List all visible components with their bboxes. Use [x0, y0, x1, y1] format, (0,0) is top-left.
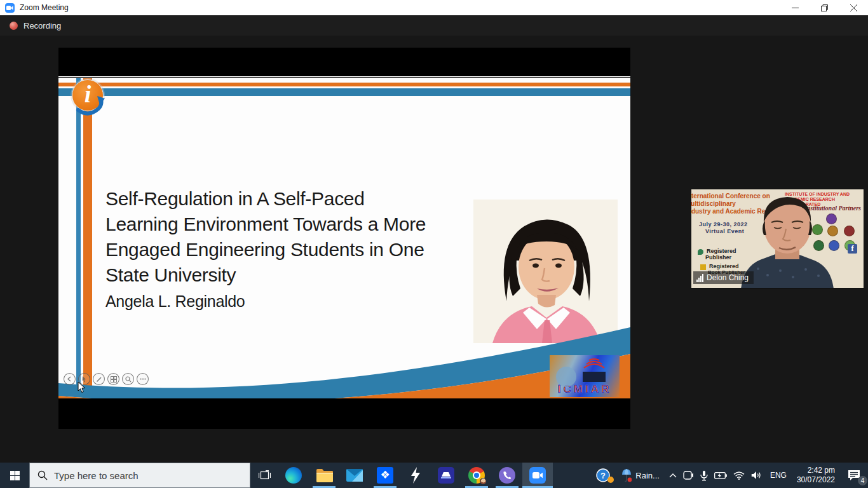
weather-label: Rain...	[635, 471, 660, 480]
slide-orange-stripe	[58, 83, 630, 86]
participant-name-tag: Delon Ching	[693, 271, 754, 284]
previous-slide-button[interactable]	[64, 373, 76, 385]
window-titlebar: Zoom Meeting	[0, 0, 868, 15]
chevron-up-icon	[669, 473, 677, 478]
zoom-app-icon	[5, 3, 15, 13]
mouse-cursor	[78, 381, 86, 393]
see-all-slides-button[interactable]	[107, 373, 119, 385]
clock[interactable]: 2:42 pm 30/07/2022	[792, 463, 840, 488]
zoom-icon	[529, 467, 546, 484]
minimize-button[interactable]	[780, 0, 810, 15]
weather-widget[interactable]: Rain...	[615, 463, 666, 488]
windows-logo-icon	[10, 471, 20, 480]
taskbar-app-scanner[interactable]	[431, 463, 461, 488]
slide-title: Self-Regulation in A Self-Paced Learning…	[105, 186, 499, 311]
recording-label: Recording	[24, 21, 61, 30]
clock-date: 30/07/2022	[797, 475, 835, 485]
battery-tray-button[interactable]	[711, 463, 730, 488]
taskbar-app-file-explorer[interactable]	[309, 463, 339, 488]
icmiar-logo: ICMIAR	[550, 355, 620, 397]
wifi-icon	[733, 471, 745, 480]
audio-signal-icon	[696, 274, 703, 282]
taskbar-search[interactable]	[29, 463, 250, 488]
chrome-icon	[468, 467, 485, 484]
partner-logo	[844, 226, 855, 236]
shared-screen-slide: i Self-Regulation in A Self-Paced Learni…	[58, 48, 630, 429]
taskbar-app-viber[interactable]	[492, 463, 522, 488]
slide-title-line: Self-Regulation in A Self-Paced	[105, 186, 499, 212]
mail-icon	[346, 469, 363, 482]
lightning-app-icon	[410, 467, 421, 484]
search-icon	[37, 470, 48, 480]
slide-title-line: State University	[105, 262, 499, 288]
journal-logo: i	[69, 78, 107, 118]
recording-icon[interactable]	[10, 22, 18, 30]
taskbar-app-dropbox[interactable]: ❖	[370, 463, 400, 488]
slide-top-rule	[58, 77, 630, 78]
zoom-tray-icon	[683, 471, 694, 480]
search-input[interactable]	[54, 470, 232, 481]
window-title: Zoom Meeting	[20, 3, 69, 12]
participant-video-tile[interactable]: International Conference on Multidiscipl…	[691, 189, 864, 288]
taskbar-app-lightning[interactable]	[400, 463, 431, 488]
restore-button[interactable]	[810, 0, 839, 15]
microphone-icon	[700, 470, 708, 481]
taskbar-app-edge[interactable]	[278, 463, 309, 488]
viber-icon	[499, 467, 515, 484]
slide-title-line: Learning Environment Towards a More	[105, 212, 499, 237]
language-indicator[interactable]: ENG	[765, 463, 792, 488]
facebook-icon: f	[848, 244, 857, 254]
taskbar-app-chrome[interactable]	[461, 463, 492, 488]
speaker-icon	[751, 471, 762, 480]
start-button[interactable]	[0, 463, 29, 488]
slide-blue-stripe	[58, 88, 630, 96]
windows-taskbar: ❖	[0, 463, 868, 488]
volume-tray-button[interactable]	[748, 463, 765, 488]
pen-button[interactable]	[93, 373, 105, 385]
participant-name: Delon Ching	[707, 273, 749, 282]
weather-umbrella-icon	[621, 468, 632, 482]
slide-title-line: Engaged Engineering Students in One	[105, 237, 499, 262]
slide-canvas: i Self-Regulation in A Self-Paced Learni…	[58, 76, 630, 398]
svg-text:?: ?	[600, 471, 606, 480]
presenter-toolbar	[64, 373, 149, 385]
help-tray-button[interactable]: ?	[591, 463, 615, 488]
taskbar-app-zoom[interactable]	[522, 463, 553, 488]
zoom-meeting-window: Zoom Meeting Recording i	[0, 0, 868, 488]
dropbox-icon: ❖	[377, 467, 393, 484]
file-explorer-icon	[316, 468, 333, 482]
task-view-icon	[259, 470, 271, 480]
help-notification-badge	[607, 477, 614, 483]
wifi-tray-button[interactable]	[730, 463, 748, 488]
meeting-topbar: Recording	[0, 15, 868, 36]
edge-icon	[285, 467, 302, 484]
zoom-slide-button[interactable]	[122, 373, 134, 385]
action-center-button[interactable]: 4	[840, 463, 868, 488]
more-options-button[interactable]	[137, 373, 149, 385]
chrome-profile-avatar	[480, 478, 487, 485]
zoom-tray-button[interactable]	[680, 463, 697, 488]
taskbar-app-mail[interactable]	[339, 463, 370, 488]
scanner-app-icon	[438, 467, 454, 484]
battery-icon	[714, 472, 727, 479]
clock-time: 2:42 pm	[797, 466, 835, 475]
task-view-button[interactable]	[250, 463, 278, 488]
notification-count-badge: 4	[858, 476, 867, 485]
close-button[interactable]	[839, 0, 868, 15]
tray-overflow-button[interactable]	[666, 463, 680, 488]
microphone-tray-button[interactable]	[697, 463, 711, 488]
